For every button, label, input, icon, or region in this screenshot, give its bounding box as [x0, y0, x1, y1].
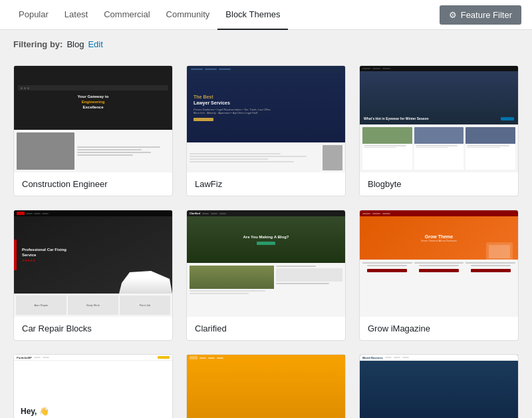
page-wrapper: Popular Latest Commercial Community Bloc…: [0, 0, 532, 418]
theme-thumbnail-portfoliowp: PortfolioWP Hey, 👋: [14, 355, 172, 418]
tab-latest[interactable]: Latest: [57, 0, 96, 30]
tab-commercial[interactable]: Commercial: [96, 0, 158, 30]
themes-grid: Your Gateway to EngineeringExcellence Co…: [0, 59, 532, 418]
theme-name-grow-imagazine: Grow iMagazine: [360, 317, 518, 340]
pw-hi-text: Hey, 👋: [21, 407, 166, 416]
tab-popular[interactable]: Popular: [11, 0, 57, 30]
theme-card-clarified[interactable]: Clarified Are You Making A Blog?: [186, 210, 346, 341]
theme-name-car-repair-blocks: Car Repair Blocks: [14, 317, 172, 340]
tab-navigation: Popular Latest Commercial Community Bloc…: [0, 0, 532, 30]
theme-name-lawfiz: LawFiz: [187, 172, 345, 196]
gear-icon: ⚙: [449, 10, 457, 20]
theme-thumbnail-car-repair-blocks: Professional Car FixingService ★★★★★ Aut…: [14, 210, 172, 317]
theme-thumbnail-mighty-builders: BUILDING DREAMS Construction & Architect…: [187, 355, 345, 418]
theme-name-clarified: Clarified: [187, 317, 345, 340]
theme-thumbnail-clarified: Clarified Are You Making A Blog?: [187, 210, 345, 317]
theme-card-maridi-business[interactable]: Maridi Business Maridi Business: [359, 354, 519, 418]
theme-card-portfoliowp[interactable]: PortfolioWP Hey, 👋 PortfolioWP: [13, 354, 173, 418]
filter-edit-link[interactable]: Edit: [88, 39, 102, 49]
theme-thumbnail-maridi-business: Maridi Business: [360, 355, 518, 418]
theme-card-blogbyte[interactable]: What's Hot in Eyewear for Winter Season: [359, 65, 519, 196]
theme-card-mighty-builders[interactable]: BUILDING DREAMS Construction & Architect…: [186, 354, 346, 418]
filtering-by-label: Filtering by:: [13, 39, 63, 49]
tab-block-themes[interactable]: Block Themes: [217, 0, 288, 30]
filter-tag: Blog: [66, 39, 84, 49]
filter-bar: Filtering by: Blog Edit: [0, 30, 532, 59]
theme-thumbnail-lawfiz: The BestLawyer Services Proven Guidance …: [187, 66, 345, 172]
tab-community[interactable]: Community: [158, 0, 218, 30]
theme-thumbnail-grow-imagazine: Grow Theme Some Generic About Surfaces: [360, 210, 518, 317]
theme-name-construction-engineer: Construction Engineer: [14, 172, 172, 196]
feature-filter-button[interactable]: ⚙ Feature Filter: [440, 5, 521, 25]
theme-thumbnail-construction-engineer: Your Gateway to EngineeringExcellence: [14, 66, 172, 172]
tab-nav-left: Popular Latest Commercial Community Bloc…: [11, 0, 288, 29]
theme-card-lawfiz[interactable]: The BestLawyer Services Proven Guidance …: [186, 65, 346, 196]
theme-thumbnail-blogbyte: What's Hot in Eyewear for Winter Season: [360, 66, 518, 172]
feature-filter-label: Feature Filter: [461, 10, 512, 20]
theme-card-car-repair-blocks[interactable]: Professional Car FixingService ★★★★★ Aut…: [13, 210, 173, 341]
theme-card-grow-imagazine[interactable]: Grow Theme Some Generic About Surfaces: [359, 210, 519, 341]
theme-card-construction-engineer[interactable]: Your Gateway to EngineeringExcellence Co…: [13, 65, 173, 196]
theme-name-blogbyte: Blogbyte: [360, 172, 518, 196]
